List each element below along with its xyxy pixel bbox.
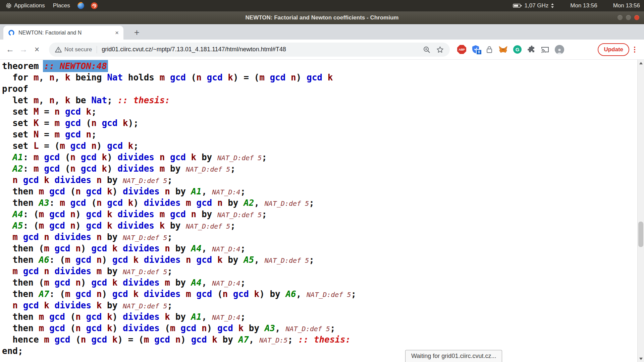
term-link[interactable]: gcd (180, 323, 196, 333)
updater-launcher[interactable] (89, 2, 100, 9)
label-link[interactable]: A7 (238, 335, 249, 345)
term-link[interactable]: gcd (55, 335, 70, 345)
close-window-button[interactable] (634, 15, 639, 20)
label-link[interactable]: A4 (191, 278, 202, 288)
term-link[interactable]: gcd (91, 243, 107, 253)
maximize-button[interactable] (626, 15, 631, 20)
new-tab-button[interactable]: + (131, 27, 142, 38)
url-text[interactable]: grid01.ciirc.cvut.cz/~mptp/7.13.01_4.181… (102, 46, 419, 53)
term-link[interactable]: gcd (55, 243, 70, 253)
theorem-ref-link[interactable]: NAT_D:def 5 (265, 199, 309, 207)
term-link[interactable]: gcd (107, 198, 123, 208)
term-link[interactable]: gcd (86, 323, 102, 333)
term-link[interactable]: gcd (44, 164, 60, 174)
theorem-ref-link[interactable]: NAT_D:def 5 (186, 165, 230, 173)
term-link[interactable]: divides (144, 198, 181, 208)
label-link[interactable]: A5 (12, 221, 23, 231)
panel-clock[interactable]: Mon 13:56 (570, 2, 597, 9)
browser-menu-button[interactable] (633, 45, 636, 54)
term-link[interactable]: gcd (112, 255, 128, 265)
places-menu[interactable]: Places (50, 0, 73, 11)
theorem-ref-link[interactable]: NAT_D:def 5 (217, 211, 262, 219)
term-link[interactable]: gcd (49, 312, 65, 322)
term-link[interactable]: divides (144, 289, 181, 299)
vertical-scrollbar[interactable] (637, 60, 644, 362)
theorem-ref-link[interactable]: NAT_D:def 5 (123, 302, 167, 310)
theorem-ref-link[interactable]: NAT_D:4 (212, 245, 240, 253)
term-link[interactable]: divides (117, 164, 154, 174)
term-link[interactable]: gcd (107, 141, 123, 151)
term-link[interactable]: divides (123, 312, 160, 322)
theorem-ref-link[interactable]: NAT_D:4 (212, 313, 240, 321)
minimize-button[interactable] (618, 15, 623, 20)
term-link[interactable]: gcd (75, 289, 91, 299)
tab-close-button[interactable]: × (115, 29, 119, 36)
term-link[interactable]: divides (123, 243, 160, 253)
zoom-icon[interactable] (423, 46, 430, 53)
cpu-freq-indicator[interactable]: 1,07 GHz (513, 2, 554, 9)
theorem-ref-link[interactable]: NAT_D:def 5 (123, 268, 167, 276)
label-link[interactable]: A4 (12, 209, 23, 219)
label-link[interactable]: A2 (244, 198, 254, 208)
term-link[interactable]: gcd (170, 152, 186, 162)
label-link[interactable]: A4 (191, 243, 202, 253)
term-link[interactable]: gcd (70, 141, 86, 151)
term-link[interactable]: divides (55, 175, 92, 185)
term-link[interactable]: gcd (65, 107, 81, 117)
bookmark-star-icon[interactable] (436, 46, 444, 53)
lock-extension-icon[interactable] (486, 46, 493, 54)
term-link[interactable]: gcd (102, 118, 117, 128)
url-bar[interactable]: Not secure grid01.ciirc.cvut.cz/~mptp/7.… (49, 43, 450, 57)
theorem-ref-link[interactable]: NAT_D:def 5 (217, 154, 262, 162)
term-link[interactable]: gcd (81, 164, 97, 174)
term-link[interactable]: gcd (49, 221, 65, 231)
scrollbar-thumb[interactable] (638, 222, 643, 247)
label-link[interactable]: A3 (39, 198, 49, 208)
term-link[interactable]: gcd (86, 186, 102, 196)
applications-menu[interactable]: Applications (3, 0, 48, 11)
term-link[interactable]: gcd (23, 232, 39, 242)
term-link[interactable]: gcd (55, 278, 70, 288)
stop-button[interactable]: × (30, 45, 44, 54)
term-link[interactable]: divides (123, 186, 160, 196)
label-link[interactable]: A1 (191, 186, 202, 196)
term-link[interactable]: gcd (170, 209, 186, 219)
label-link[interactable]: A1 (191, 312, 202, 322)
term-link[interactable]: divides (55, 266, 92, 276)
metamask-fox-icon[interactable] (499, 46, 507, 54)
term-link[interactable]: gcd (233, 289, 249, 299)
theorem-ref-link[interactable]: NAT_D:def 5 (307, 291, 351, 299)
term-link[interactable]: divides (144, 255, 181, 265)
browser-launcher[interactable] (75, 2, 87, 9)
term-link[interactable]: gcd (196, 289, 212, 299)
term-link[interactable]: gcd (75, 255, 91, 265)
label-link[interactable]: A5 (244, 255, 254, 265)
security-status-label[interactable]: Not secure (64, 46, 92, 53)
label-link[interactable]: A1 (12, 152, 23, 162)
update-button[interactable]: Update (598, 43, 629, 56)
forward-button[interactable]: → (17, 45, 30, 54)
term-link[interactable]: divides (55, 300, 92, 310)
term-link[interactable]: gcd (44, 152, 60, 162)
term-link[interactable]: divides (117, 152, 154, 162)
label-link[interactable]: A6 (285, 289, 296, 299)
theorem-ref-link[interactable]: NAT_D:def 5 (123, 177, 167, 185)
grammarly-extension-icon[interactable]: G (513, 45, 522, 54)
term-link[interactable]: gcd (86, 312, 102, 322)
term-link[interactable]: gcd (23, 300, 39, 310)
term-link[interactable]: gcd (65, 129, 81, 139)
browser-tab[interactable]: NEWTON: Factorial and N × (3, 26, 123, 40)
scroll-up-button[interactable] (638, 60, 644, 66)
term-link[interactable]: gcd (23, 175, 39, 185)
theorem-ref-link[interactable]: NAT_D:def 5 (265, 256, 309, 264)
term-link[interactable]: gcd (307, 72, 322, 82)
term-link[interactable]: gcd (196, 198, 212, 208)
term-link[interactable]: gcd (91, 278, 107, 288)
term-link[interactable]: gcd (86, 221, 102, 231)
back-button[interactable]: ← (3, 45, 17, 54)
theorem-ref-link[interactable]: NAT_D:5 (259, 336, 287, 344)
term-link[interactable]: gcd (270, 72, 285, 82)
term-link[interactable]: divides (117, 209, 154, 219)
term-link[interactable]: gcd (196, 255, 212, 265)
term-link[interactable]: gcd (191, 335, 207, 345)
